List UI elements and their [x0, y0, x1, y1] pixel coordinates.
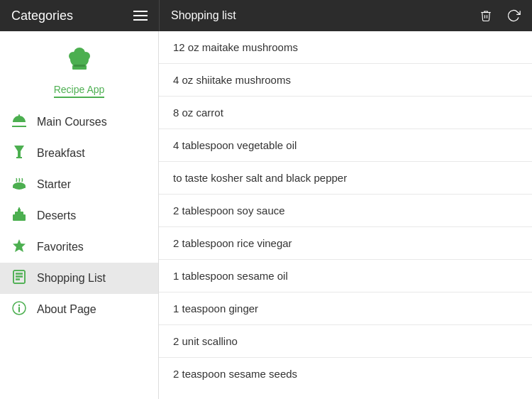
list-item: 12 oz maitake mushrooms: [159, 31, 532, 64]
svg-point-3: [82, 52, 90, 60]
hamburger-icon[interactable]: [133, 11, 148, 21]
shopping-list-icon: [11, 269, 27, 288]
svg-marker-13: [13, 239, 26, 252]
categories-title: Categories: [11, 9, 73, 23]
delete-button[interactable]: [480, 9, 492, 23]
sidebar-nav: Main Courses Breakfast: [0, 106, 158, 399]
sidebar-item-shopping-list[interactable]: Shopping List: [0, 263, 158, 294]
list-item: to taste kosher salt and black pepper: [159, 162, 532, 195]
svg-rect-9: [13, 214, 26, 221]
sidebar-item-main-courses[interactable]: Main Courses: [0, 106, 158, 138]
sidebar-item-label-main-courses: Main Courses: [37, 116, 107, 129]
sidebar-item-label-about-page: About Page: [37, 303, 96, 316]
content-area[interactable]: 12 oz maitake mushrooms4 oz shiitake mus…: [159, 31, 532, 399]
chef-hat-icon: [64, 45, 95, 81]
header-right: Shopping list: [160, 9, 532, 23]
sidebar-item-label-starter: Starter: [37, 178, 71, 191]
main-content: Recipe App Main Courses: [0, 31, 532, 399]
sidebar-item-breakfast[interactable]: Breakfast: [0, 138, 158, 169]
list-item: 4 tablespoon vegetable oil: [159, 129, 532, 162]
sidebar-item-favorites[interactable]: Favorites: [0, 231, 158, 263]
list-item: 1 tablespoon sesame oil: [159, 260, 532, 293]
sidebar-item-starter[interactable]: Starter: [0, 169, 158, 200]
svg-point-2: [69, 52, 77, 60]
list-item: 8 oz carrot: [159, 97, 532, 129]
sidebar-item-label-favorites: Favorites: [37, 241, 84, 253]
app-header: Categories Shopping list: [0, 0, 532, 31]
svg-rect-12: [18, 207, 20, 209]
list-item: 2 tablespoon rice vinegar: [159, 227, 532, 260]
main-courses-icon: [11, 114, 27, 131]
list-item: 2 unit scallino: [159, 325, 532, 358]
list-item: 2 tablespoon soy sauce: [159, 195, 532, 227]
shopping-list-title: Shopping list: [171, 9, 236, 22]
trash-icon: [480, 9, 492, 23]
refresh-icon: [506, 9, 521, 23]
svg-rect-8: [13, 186, 26, 188]
about-icon: [11, 301, 27, 319]
deserts-icon: [11, 207, 27, 225]
sidebar-logo: Recipe App: [0, 31, 158, 106]
favorites-icon: [11, 238, 27, 257]
list-item: 4 oz shiitake mushrooms: [159, 64, 532, 97]
shopping-list: 12 oz maitake mushrooms4 oz shiitake mus…: [159, 31, 532, 390]
sidebar-item-about-page[interactable]: About Page: [0, 294, 158, 325]
sidebar-item-deserts[interactable]: Deserts: [0, 200, 158, 231]
starter-icon: [11, 176, 27, 194]
app-name: Recipe App: [54, 84, 105, 98]
header-actions: [480, 9, 521, 23]
list-item: 1 teaspoon ginger: [159, 293, 532, 325]
sidebar: Recipe App Main Courses: [0, 31, 159, 399]
sidebar-item-label-deserts: Deserts: [37, 209, 76, 222]
sidebar-item-label-breakfast: Breakfast: [37, 147, 85, 160]
svg-point-20: [18, 304, 20, 305]
breakfast-icon: [11, 144, 27, 163]
svg-rect-5: [74, 65, 85, 67]
sidebar-item-label-shopping-list: Shopping List: [37, 272, 106, 285]
svg-rect-6: [18, 114, 20, 117]
header-left: Categories: [0, 9, 159, 23]
refresh-button[interactable]: [506, 9, 521, 23]
list-item: 2 teaspoon sesame seeds: [159, 358, 532, 390]
